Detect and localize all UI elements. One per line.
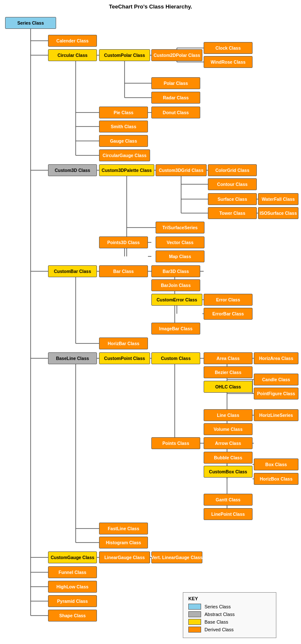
- node-map: Map Class: [156, 250, 204, 262]
- node-calender: Calender Class: [48, 35, 97, 47]
- node-custombox: CustomBox Class: [204, 466, 253, 478]
- node-pointfigure: PointFigure Class: [254, 388, 298, 399]
- diagram-area: Series ClassCalender ClassCircular Class…: [0, 11, 301, 640]
- connector-lines: [0, 11, 301, 640]
- node-candle: Candle Class: [254, 374, 298, 385]
- node-box: Box Class: [254, 458, 298, 470]
- node-waterfall: WaterFall Class: [258, 193, 298, 205]
- legend-label-derived: Derived Class: [204, 627, 233, 632]
- node-bubble: Bubble Class: [204, 452, 253, 464]
- node-custompoint: CustomPoint Class: [99, 352, 150, 364]
- node-custom: Custom Class: [151, 352, 200, 364]
- node-pyramid: Pyramid Class: [48, 595, 97, 607]
- legend-base: Base Class: [188, 619, 271, 625]
- node-polar: Polar Class: [151, 77, 200, 89]
- node-custom3d: Custom3D Class: [48, 164, 97, 176]
- node-barjoin: BarJoin Class: [151, 279, 200, 291]
- legend-label-abstract: Abstract Class: [204, 612, 235, 617]
- node-bar: Bar Class: [99, 265, 148, 277]
- node-windrose: WindRose Class: [204, 56, 253, 68]
- node-custombar: CustomBar Class: [48, 265, 97, 277]
- node-vert_lineargauge: Vert. LinearGauge Class: [151, 551, 202, 563]
- legend-box: KEY Series Class Abstract Class Base Cla…: [183, 592, 276, 638]
- node-contour: Contour Class: [208, 178, 257, 190]
- legend-abstract: Abstract Class: [188, 611, 271, 617]
- node-circular: Circular Class: [48, 49, 97, 61]
- node-pie: Pie Class: [99, 107, 148, 118]
- node-clock: Clock Class: [204, 42, 253, 54]
- node-bezier: Bezier Class: [204, 366, 253, 378]
- node-donut: Donut Class: [151, 107, 200, 118]
- node-gantt: Gantt Class: [204, 494, 253, 506]
- legend-series: Series Class: [188, 604, 271, 610]
- node-imagebar: ImageBar Class: [151, 323, 200, 335]
- node-points3d: Points3D Class: [99, 236, 148, 248]
- node-customerror: CustomError Class: [151, 294, 202, 306]
- node-custom3dpalette: Custom3DPalette Class: [99, 164, 154, 176]
- node-custom3dgrid: Custom3DGrid Class: [156, 164, 207, 176]
- legend-label-base: Base Class: [204, 619, 228, 624]
- node-error: Error Class: [204, 294, 253, 306]
- page-title: TeeChart Pro's Class Hierarchy.: [0, 0, 301, 11]
- node-bar3d: Bar3D Class: [151, 265, 200, 277]
- node-funnel: Funnel Class: [48, 566, 97, 578]
- node-horizarea: HorizArea Class: [254, 352, 298, 364]
- node-customgauge: CustomGauge Class: [48, 551, 97, 563]
- node-linepoint: LinePoint Class: [204, 508, 253, 520]
- node-gauge: Gauge Class: [99, 135, 148, 147]
- node-series: Series Class: [5, 17, 56, 29]
- legend-swatch-derived: [188, 627, 201, 633]
- node-area: Area Class: [204, 352, 253, 364]
- node-radar: Radar Class: [151, 92, 200, 104]
- legend-swatch-series: [188, 604, 201, 610]
- node-horizbox: HorizBox Class: [254, 473, 298, 485]
- node-horizbar: HorizBar Class: [99, 337, 148, 349]
- node-volume: Volume Class: [204, 423, 253, 435]
- node-lineargauge: LinearGauge Class: [99, 551, 150, 563]
- node-surface: Surface Class: [208, 193, 257, 205]
- node-points: Points Class: [151, 437, 200, 449]
- node-line: Line Class: [204, 409, 253, 421]
- node-horiz_line: HorizLineSeries: [254, 409, 298, 421]
- node-highlow: HighLow Class: [48, 581, 97, 593]
- node-fastline: FastLine Class: [99, 523, 148, 534]
- legend-label-series: Series Class: [204, 604, 231, 609]
- legend-title: KEY: [188, 596, 271, 601]
- node-trisurface: TriSurfaceSeries: [156, 222, 204, 233]
- node-ohlc: OHLC Class: [204, 381, 253, 393]
- node-isosurface: ISOSurface Class: [258, 207, 298, 219]
- node-smith: Smith Class: [99, 121, 148, 132]
- node-tower: Tower Class: [208, 207, 257, 219]
- node-custom2dpolar: Custom2DPolar Class: [151, 49, 202, 61]
- legend-swatch-abstract: [188, 611, 201, 617]
- node-colorgrid: ColorGrid Class: [208, 164, 257, 176]
- node-arrow: Arrow Class: [204, 437, 253, 449]
- legend-swatch-base: [188, 619, 201, 625]
- node-histogram: Histogram Class: [99, 537, 148, 548]
- node-circulargauge: CircularGauge Class: [99, 149, 150, 161]
- node-errorbar: ErrorBar Class: [204, 308, 253, 320]
- legend-derived: Derived Class: [188, 627, 271, 633]
- node-shape: Shape Class: [48, 610, 97, 622]
- node-custompolar: CustomPolar Class: [99, 49, 150, 61]
- node-vector: Vector Class: [156, 236, 204, 248]
- node-baseline: BaseLine Class: [48, 352, 97, 364]
